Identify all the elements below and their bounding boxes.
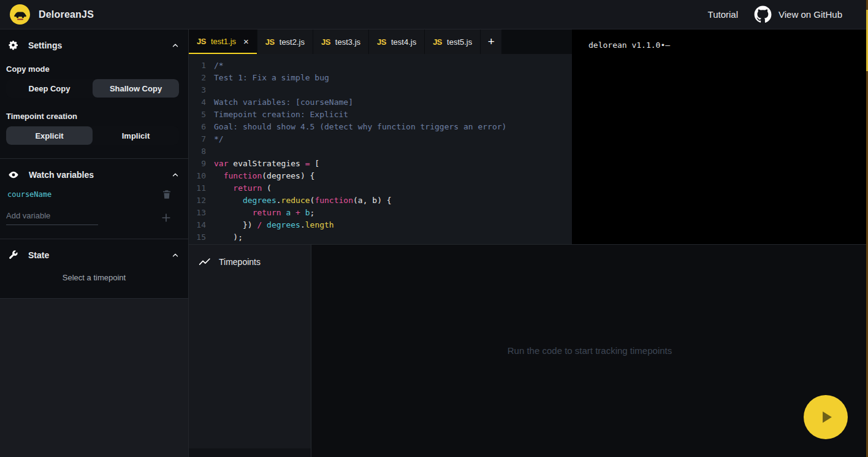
timepoints-title: Timepoints (219, 257, 261, 267)
tab-test2.js[interactable]: JStest2.js (257, 29, 313, 54)
run-button[interactable] (804, 395, 848, 439)
tab-label: test4.js (391, 37, 416, 47)
line-number: 15 (189, 231, 206, 244)
timepoints-panel: Timepoints Run the code to start trackin… (189, 244, 868, 457)
trash-icon (161, 189, 172, 200)
tab-label: test1.js (211, 37, 236, 46)
code-text: degrees.reduce(function(a, b) { (214, 194, 392, 207)
eye-icon (8, 169, 19, 180)
wrench-icon (8, 250, 18, 260)
code-line: 13 return a + b; (189, 207, 572, 219)
segment-shallow-copy[interactable]: Shallow Copy (93, 79, 179, 98)
code-line: 10 function(degrees) { (189, 170, 572, 182)
js-file-icon: JS (321, 37, 330, 47)
settings-title: Settings (28, 40, 62, 50)
js-file-icon: JS (377, 37, 386, 47)
segment-deep-copy[interactable]: Deep Copy (6, 79, 93, 98)
timepoint-creation-label: Timepoint creation (6, 112, 182, 121)
tab-test1.js[interactable]: JStest1.js× (189, 29, 257, 54)
code-line: 2Test 1: Fix a simple bug (189, 72, 572, 84)
add-variable-input[interactable] (6, 210, 98, 225)
code-text: ); (214, 231, 243, 244)
state-title: State (28, 250, 49, 260)
code-text: return ( (214, 182, 272, 194)
terminal-output: delorean v1.1.0 (588, 40, 660, 50)
tab-label: test5.js (447, 37, 472, 47)
code-line: 8 (189, 145, 572, 158)
code-line: 5Timepoint creation: Explicit (189, 109, 572, 121)
code-line: 12 degrees.reduce(function(a, b) { (189, 194, 572, 207)
timepoint-creation-toggle: ExplicitImplicit (6, 126, 179, 145)
delete-variable-button[interactable] (161, 189, 172, 200)
line-number: 12 (189, 194, 206, 207)
settings-section: Settings Copy mode Deep CopyShallow Copy… (0, 29, 188, 159)
line-number: 6 (189, 121, 206, 133)
deloreanjs-logo (10, 4, 30, 25)
code-text: Test 1: Fix a simple bug (214, 72, 329, 84)
code-text: }) / degrees.length (214, 219, 334, 231)
add-tab-button[interactable]: + (481, 29, 501, 54)
code-text: */ (214, 133, 224, 145)
copy-mode-label: Copy mode (6, 64, 182, 74)
tab-test4.js[interactable]: JStest4.js (369, 29, 424, 54)
code-line: 14 }) / degrees.length (189, 219, 572, 231)
tab-label: test3.js (335, 37, 360, 47)
tab-test3.js[interactable]: JStest3.js (313, 29, 368, 54)
timepoints-empty-message: Run the code to start tracking timepoint… (311, 345, 868, 356)
code-line: 7*/ (189, 133, 572, 145)
state-empty-message: Select a timepoint (0, 260, 188, 298)
code-area[interactable]: 1/*2Test 1: Fix a simple bug34Watch vari… (189, 54, 572, 244)
timepoints-sidebar: Timepoints (189, 245, 311, 457)
settings-section-header[interactable]: Settings (0, 29, 188, 50)
code-line: 3 (189, 84, 572, 96)
editor: JStest1.js×JStest2.jsJStest3.jsJStest4.j… (189, 29, 572, 244)
line-number: 9 (189, 158, 206, 170)
chevron-up-icon[interactable] (171, 171, 180, 179)
watch-variable-name: courseName (7, 190, 51, 199)
sidebar: Settings Copy mode Deep CopyShallow Copy… (0, 29, 189, 457)
js-file-icon: JS (197, 37, 206, 46)
code-text: return a + b; (214, 207, 314, 219)
line-number: 7 (189, 133, 206, 145)
code-text: Watch variables: [courseName] (214, 96, 353, 109)
segment-implicit[interactable]: Implicit (93, 126, 179, 145)
state-section: State Select a timepoint (0, 239, 188, 299)
tab-test5.js[interactable]: JStest5.js (425, 29, 480, 54)
line-number: 10 (189, 170, 206, 182)
github-link[interactable]: View on GitHub (754, 6, 842, 23)
trending-line-icon (199, 256, 211, 268)
code-text: function(degrees) { (214, 170, 314, 182)
segment-explicit[interactable]: Explicit (6, 126, 93, 145)
copy-mode-toggle: Deep CopyShallow Copy (6, 79, 179, 98)
github-link-label: View on GitHub (779, 9, 842, 20)
line-number: 1 (189, 60, 206, 72)
watch-variables-section-header[interactable]: Watch variables (0, 159, 188, 180)
line-number: 2 (189, 72, 206, 84)
tab-label: test2.js (280, 37, 305, 47)
play-icon (815, 407, 836, 428)
line-number: 14 (189, 219, 206, 231)
chevron-up-icon[interactable] (171, 251, 180, 259)
code-text: Timepoint creation: Explicit (214, 109, 348, 121)
watch-variables-section: Watch variables courseName (0, 159, 188, 239)
timepoints-scrollbar[interactable] (189, 448, 311, 457)
plus-icon (160, 212, 172, 224)
code-line: 6Goal: should show 4.5 (detect why funct… (189, 121, 572, 133)
terminal[interactable]: delorean v1.1.0•— (572, 29, 868, 244)
state-section-header[interactable]: State (0, 239, 188, 260)
add-variable-button[interactable] (160, 212, 172, 224)
chevron-up-icon[interactable] (171, 41, 180, 50)
code-line: 1/* (189, 60, 572, 72)
tab-bar: JStest1.js×JStest2.jsJStest3.jsJStest4.j… (189, 29, 572, 54)
code-line: 9var evalStrategies = [ (189, 158, 572, 170)
car-icon (12, 7, 28, 23)
close-tab-icon[interactable]: × (243, 37, 249, 46)
code-text: /* (214, 60, 224, 72)
watch-variables-title: Watch variables (29, 170, 94, 180)
watch-variable-row: courseName (0, 180, 188, 200)
app-title: DeloreanJS (39, 9, 94, 20)
timepoints-canvas: Run the code to start tracking timepoint… (311, 245, 868, 457)
topbar: DeloreanJS Tutorial View on GitHub (0, 0, 868, 29)
tutorial-link[interactable]: Tutorial (708, 9, 738, 20)
line-number: 4 (189, 96, 206, 109)
